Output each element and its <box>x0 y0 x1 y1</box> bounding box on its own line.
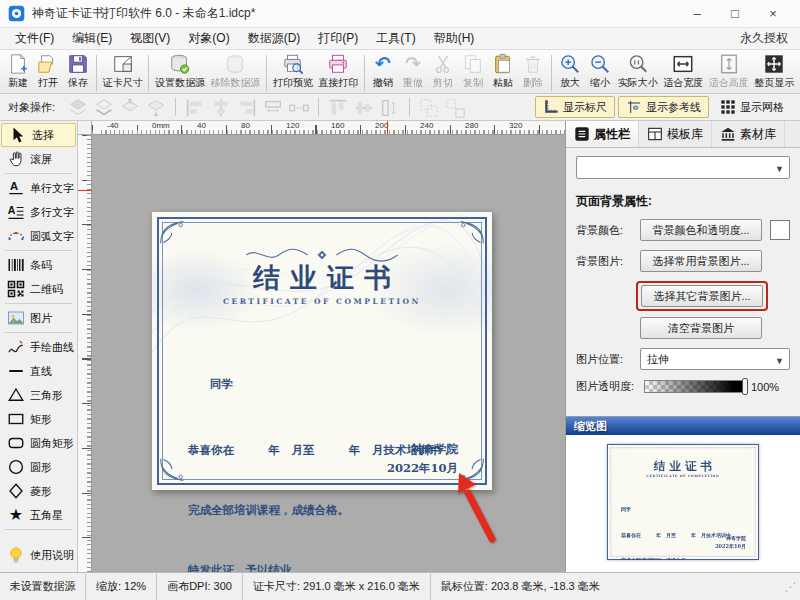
opacity-slider-handle[interactable] <box>742 378 748 395</box>
ruler-label: 320 <box>509 121 522 130</box>
new-button[interactable]: 新建 <box>3 52 33 90</box>
app-icon <box>8 5 25 22</box>
undo-button[interactable]: ↶ 撤销 <box>368 52 398 90</box>
tool-rounded-rectangle[interactable]: 圆角矩形 <box>0 431 77 455</box>
star-icon: ★ <box>7 506 25 524</box>
corner-flourish-icon <box>159 219 185 245</box>
ruler-label: 40 <box>197 121 206 130</box>
zoom-in-button[interactable]: 放大 <box>555 52 585 90</box>
tool-multi-line-text[interactable]: A 多行文字 <box>0 200 77 224</box>
bring-forward-icon <box>119 97 141 117</box>
red-highlight-box: 选择其它背景图片... <box>636 281 768 311</box>
menu-help[interactable]: 帮助(H) <box>425 28 484 49</box>
show-grid-toggle[interactable]: 显示网格 <box>712 96 792 118</box>
menu-view[interactable]: 视图(V) <box>121 28 179 49</box>
tool-line[interactable]: 直线 <box>0 359 77 383</box>
menu-print[interactable]: 打印(P) <box>309 28 367 49</box>
show-guides-toggle[interactable]: 显示参考线 <box>618 96 709 118</box>
toolbar-label: 删除 <box>523 76 543 90</box>
close-button[interactable]: × <box>754 1 792 27</box>
menu-bar: 文件(F) 编辑(E) 视图(V) 对象(O) 数据源(D) 打印(P) 工具(… <box>0 28 800 50</box>
background-color-swatch[interactable] <box>770 220 790 240</box>
tool-separator <box>5 529 72 530</box>
tool-single-line-text[interactable]: A 单行文字 <box>0 176 77 200</box>
certificate-subtitle: CERTIFICATE OF COMPLETION <box>152 297 492 306</box>
group-icon <box>418 97 440 117</box>
tool-star[interactable]: ★ 五角星 <box>0 503 77 527</box>
align-middle-icon <box>353 97 375 117</box>
tool-barcode[interactable]: 条码 <box>0 253 77 277</box>
paste-button[interactable]: 粘贴 <box>488 52 518 90</box>
actual-size-button[interactable]: 实际大小 <box>615 52 660 90</box>
direct-print-icon <box>327 53 349 75</box>
toolbar-label: 设置数据源 <box>155 76 205 90</box>
line-icon <box>7 362 25 380</box>
certificate-thumbnail[interactable]: 结业证书 CERTIFICATE OF COMPLETION 同学 恭喜你在 年… <box>607 444 759 560</box>
distribute-horizontal-icon <box>288 97 310 117</box>
fit-page-button[interactable]: 整页显示 <box>752 52 797 90</box>
image-opacity-row: 图片透明度: 100% <box>576 379 790 394</box>
object-selector-dropdown[interactable]: ▼ <box>576 156 790 179</box>
fit-width-button[interactable]: 适合宽度 <box>661 52 706 90</box>
show-ruler-toggle[interactable]: 显示标尺 <box>535 96 615 118</box>
tab-template-library[interactable]: 模板库 <box>639 121 712 147</box>
choose-other-background-button[interactable]: 选择其它背景图片... <box>641 285 763 307</box>
clear-background-button[interactable]: 清空背景图片 <box>640 317 762 339</box>
toolbar-label: 粘贴 <box>493 76 513 90</box>
chevron-down-icon: ▼ <box>775 164 784 174</box>
toolbar-label: 保存 <box>68 76 88 90</box>
tool-label: 选择 <box>32 128 54 143</box>
status-datasource: 未设置数据源 <box>0 573 86 600</box>
print-preview-button[interactable]: 打印预览 <box>270 52 315 90</box>
choose-common-background-button[interactable]: 选择常用背景图片... <box>640 250 762 272</box>
menu-datasource[interactable]: 数据源(D) <box>239 28 310 49</box>
maximize-button[interactable]: □ <box>716 1 754 27</box>
tool-label: 手绘曲线 <box>30 340 74 355</box>
fit-width-icon <box>672 53 694 75</box>
undo-icon: ↶ <box>372 53 394 75</box>
tool-pan[interactable]: 滚屏 <box>0 147 77 171</box>
menu-edit[interactable]: 编辑(E) <box>63 28 121 49</box>
design-canvas[interactable]: 结业证书 CERTIFICATE OF COMPLETION 同学 恭喜你在 年… <box>92 135 565 572</box>
properties-panel: 属性栏 模板库 素材库 ▼ 页面背景属性: 背景颜色: 背景颜色和透明度... <box>565 121 800 572</box>
tab-material-library[interactable]: 素材库 <box>712 121 785 147</box>
copy-icon <box>462 53 484 75</box>
tool-rectangle[interactable]: 矩形 <box>0 407 77 431</box>
align-top-icon <box>327 97 349 117</box>
help-button[interactable]: 使用说明 <box>0 540 77 570</box>
resize-grip-icon[interactable]: ⋰ <box>784 580 800 594</box>
tool-qrcode[interactable]: 二维码 <box>0 277 77 301</box>
zoom-out-button[interactable]: 缩小 <box>585 52 615 90</box>
certificate-page[interactable]: 结业证书 CERTIFICATE OF COMPLETION 同学 恭喜你在 年… <box>152 212 492 490</box>
tool-label: 直线 <box>30 364 52 379</box>
properties-list-icon <box>574 126 590 142</box>
tool-diamond[interactable]: 菱形 <box>0 479 77 503</box>
image-position-select[interactable]: 拉伸 ▼ <box>640 348 790 370</box>
tool-arc-text[interactable]: 圆弧文字 <box>0 224 77 248</box>
toolbar-label: 适合宽度 <box>663 76 703 90</box>
remove-datasource-icon <box>224 53 246 75</box>
save-button[interactable]: 保存 <box>63 52 93 90</box>
tool-circle[interactable]: 圆形 <box>0 455 77 479</box>
status-zoom: 缩放: 12% <box>86 573 157 600</box>
tool-image[interactable]: 图片 <box>0 306 77 330</box>
ruler-corner <box>78 121 92 135</box>
background-color-button[interactable]: 背景颜色和透明度... <box>640 219 762 241</box>
tool-select[interactable]: 选择 <box>1 123 76 147</box>
minimize-button[interactable]: – <box>678 1 716 27</box>
toolbar-label: 实际大小 <box>618 76 658 90</box>
direct-print-button[interactable]: 直接打印 <box>316 52 361 90</box>
menu-object[interactable]: 对象(O) <box>179 28 238 49</box>
tab-properties[interactable]: 属性栏 <box>566 121 639 147</box>
menu-tools[interactable]: 工具(T) <box>367 28 424 49</box>
set-datasource-button[interactable]: 设置数据源 <box>152 52 207 90</box>
menu-file[interactable]: 文件(F) <box>6 28 63 49</box>
image-icon <box>7 309 25 327</box>
image-opacity-label: 图片透明度: <box>576 379 642 394</box>
opacity-slider[interactable] <box>644 380 746 393</box>
tool-triangle[interactable]: 三角形 <box>0 383 77 407</box>
tool-freehand-curve[interactable]: 手绘曲线 <box>0 335 77 359</box>
card-size-button[interactable]: 证卡尺寸 <box>100 52 145 90</box>
open-button[interactable]: 打开 <box>33 52 63 90</box>
certificate-title: 结业证书 <box>152 260 492 296</box>
